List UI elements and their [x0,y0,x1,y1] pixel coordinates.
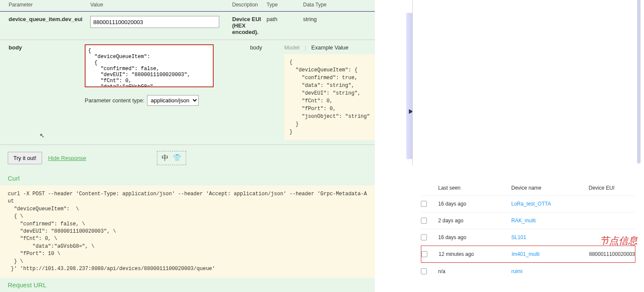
cursor-icon: ↖ [40,132,45,139]
device-eui-cell: 8800011100020003 [589,251,635,257]
device-name-link[interactable]: RAK_multi [511,218,536,224]
model-tab[interactable]: Model [284,44,299,51]
device-name-link[interactable]: LoRa_test_OTTA [511,201,551,207]
language-widget[interactable]: 中 👕 [157,151,186,165]
last-seen-cell: 16 days ago [438,201,511,207]
last-seen-cell: 2 days ago [438,218,511,224]
param-row-body: body Parameter content type: application… [0,40,375,145]
row-checkbox[interactable] [421,251,427,257]
param-row-dev-eui: device_queue_item.dev_eui Device EUI (HE… [0,12,375,40]
curl-code-block: curl -X POST --header 'Content-Type: app… [0,185,375,278]
header-value: Value [90,2,228,8]
row-checkbox[interactable] [421,218,427,224]
middle-divider: ▶ [375,0,412,292]
param-name: device_queue_item.dev_eui [0,16,90,35]
device-row-highlighted: 12 minutes ago lm401_multi 8800011100020… [421,246,635,263]
device-name-link[interactable]: lm401_multi [512,251,540,257]
content-type-label: Parameter content type: [85,97,144,104]
device-name-link[interactable]: ruimi [511,268,522,274]
last-seen-cell: 16 days ago [438,234,511,240]
last-seen-cell: 12 minutes ago [439,251,512,257]
row-checkbox[interactable] [421,234,427,240]
model-example-tabs: Model | Example Value [284,44,375,51]
right-scrollbar[interactable] [637,0,641,163]
header-parameter: Parameter [0,2,90,8]
param-datatype: string [301,16,375,35]
swagger-panel: Parameter Value Description Type Data Ty… [0,0,375,292]
device-table: Last seen Device name Device EUI 16 days… [412,166,644,280]
header-device-eui: Device EUI [589,185,635,191]
action-row: Try it out! Hide Response 中 👕 [0,145,375,171]
right-top-area [412,0,644,166]
chinese-char-icon[interactable]: 中 [162,154,169,163]
content-type-select[interactable]: application/json [147,95,199,106]
example-value-tab[interactable]: Example Value [311,44,348,51]
dev-eui-input[interactable] [90,16,219,28]
param-type: path [267,16,301,35]
device-row: n/a ruimi [421,263,635,280]
device-table-header: Last seen Device name Device EUI [421,181,635,195]
hide-response-link[interactable]: Hide Response [48,155,86,161]
chinese-annotation: 节点信息 [600,234,638,247]
request-url-title: Request URL [0,278,375,292]
device-list-panel: Last seen Device name Device EUI 16 days… [412,0,644,292]
param-name: body [0,44,85,51]
header-last-seen: Last seen [438,185,511,191]
device-name-link[interactable]: SL101 [511,234,526,240]
params-table: Parameter Value Description Type Data Ty… [0,0,375,145]
shirt-icon[interactable]: 👕 [173,154,181,163]
header-datatype: Data Type [301,2,375,8]
curl-section-title: Curl [0,171,375,185]
device-row: 2 days ago RAK_multi [421,212,635,229]
row-checkbox[interactable] [421,268,427,274]
scroll-indicator[interactable] [406,13,412,159]
device-row: 16 days ago LoRa_test_OTTA [421,195,635,212]
params-table-header: Parameter Value Description Type Data Ty… [0,0,375,12]
last-seen-cell: n/a [438,268,511,274]
param-type: body [250,44,282,51]
try-it-out-button[interactable]: Try it out! [8,152,42,164]
param-description: Device EUI (HEX encoded). [228,16,267,35]
header-device-name: Device name [511,185,589,191]
header-description: Description [228,2,267,8]
header-type: Type [267,2,301,8]
example-value-block[interactable]: { "deviceQueueItem": { "confirmed": true… [284,54,375,140]
body-textarea[interactable] [85,44,214,87]
row-checkbox[interactable] [421,201,427,207]
